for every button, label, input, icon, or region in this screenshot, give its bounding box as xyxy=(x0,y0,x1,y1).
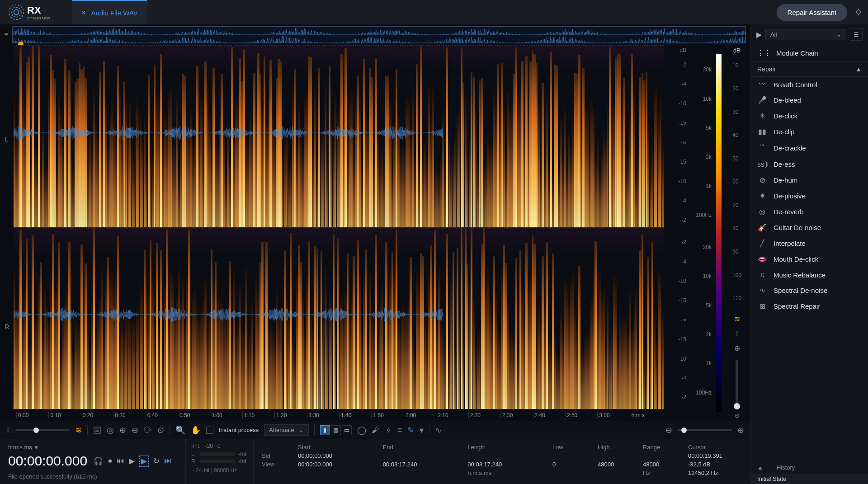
module-list: 〰Breath Control🎤De-bleed✳De-click▮▮De-cl… xyxy=(751,77,868,461)
module-icon: ▮▮ xyxy=(757,127,767,136)
instant-process-label: Instant process xyxy=(219,427,259,433)
module-sidebar: ▶ All ⌄ ☰ ⋮⋮ Module Chain Repair ▲ 〰Brea… xyxy=(750,24,868,484)
zoom-in-tool-icon[interactable]: ⊕ xyxy=(119,425,126,435)
module-de-crackle[interactable]: ⺌De-crackle xyxy=(751,140,868,156)
module-mouth-de-click[interactable]: 👄Mouth De-click xyxy=(751,251,868,267)
markers-icon[interactable]: ◎ xyxy=(107,425,114,435)
timefreq-selection-icon[interactable]: ▦ xyxy=(331,425,341,435)
repair-assistant-button[interactable]: Repair Assistant xyxy=(777,4,847,21)
rx-logo-icon xyxy=(8,4,24,20)
time-format-selector[interactable]: h:m:s.ms▾ xyxy=(8,444,177,451)
module-spectral-repair[interactable]: ⊞Spectral Repair xyxy=(751,298,868,314)
output-meters: -Inf.-200 L-Inf. R-Inf. ╶ 24-bit | 96000… xyxy=(185,439,253,484)
spectrogram-mode-icon[interactable]: ≋ xyxy=(75,425,82,435)
module-interpolate[interactable]: ╱Interpolate xyxy=(751,235,868,251)
toolbar: ⦀ ≋ ◎ ⊕ ⊖ ⧂ ⊙ 🔍 ✋ Instant process Attenu… xyxy=(0,421,750,439)
history-item[interactable]: Initial State xyxy=(751,474,868,484)
record-button[interactable]: ● xyxy=(108,456,112,465)
meter-gain-slider[interactable] xyxy=(736,360,738,409)
zoom-out-icon[interactable]: ⊖ xyxy=(735,412,740,419)
loop-button[interactable]: ↻ xyxy=(153,456,160,466)
module-icon: 👄 xyxy=(757,255,767,263)
overview-collapse-icon[interactable]: ⌄⌃ xyxy=(3,31,9,39)
status-bar: h:m:s.ms▾ 00:00:00.000 🎧 ● ⏮ ▶ ▶ ↻ ⏭ xyxy=(0,439,750,484)
overview-wave-canvas[interactable] xyxy=(12,26,746,43)
close-tab-icon[interactable]: ✕ xyxy=(81,9,86,16)
module-icon: ✷ xyxy=(757,192,767,200)
module-de-clip[interactable]: ▮▮De-clip xyxy=(751,124,868,140)
module-de-click[interactable]: ✳De-click xyxy=(751,108,868,124)
blend-slider[interactable] xyxy=(15,429,70,431)
spectrogram-left[interactable] xyxy=(14,45,664,227)
instant-process-mode-dropdown[interactable]: Attenuate ⌄ xyxy=(264,424,309,436)
chain-icon: ⋮⋮ xyxy=(757,49,771,57)
repair-section-header[interactable]: Repair ▲ xyxy=(751,62,868,77)
deselect-icon[interactable]: ✎ xyxy=(407,425,414,435)
horiz-zoom-slider[interactable] xyxy=(678,429,732,431)
app-name: RX xyxy=(27,5,50,16)
selection-readout: Start End Length Low High Range Cursor S… xyxy=(253,439,750,484)
dropdown-value: Attenuate xyxy=(269,427,294,433)
clip-gain-icon[interactable] xyxy=(93,426,101,434)
horiz-zoom-out-icon[interactable]: ⊖ xyxy=(665,425,672,435)
zoom-in-icon[interactable]: ⊕ xyxy=(734,344,740,352)
freq-selection-icon[interactable]: ▭ xyxy=(342,425,352,435)
selection-menu-icon[interactable]: ▾ xyxy=(420,425,424,435)
tab-filename: Audio File.WAV xyxy=(91,9,137,17)
spectrogram-right[interactable] xyxy=(14,227,664,409)
headphones-icon[interactable]: 🎧 xyxy=(94,456,103,466)
module-guitar-de-noise[interactable]: 🎸Guitar De-noise xyxy=(751,220,868,235)
zoom-fit-icon[interactable]: ⊙ xyxy=(157,425,164,435)
play-button[interactable]: ▶ xyxy=(129,456,135,466)
horiz-zoom-in-icon[interactable]: ⊕ xyxy=(737,425,744,435)
wand-tool-icon[interactable]: ✧ xyxy=(385,425,392,435)
zoom-out-tool-icon[interactable]: ⊖ xyxy=(132,425,138,435)
waveform-mode-icon[interactable]: ⦀ xyxy=(6,425,10,435)
channel-right-label: R xyxy=(0,233,14,421)
meter-db-label: dB xyxy=(733,47,741,54)
lasso-tool-icon[interactable]: ◯ xyxy=(357,425,366,435)
overview-waveform[interactable]: ⌄⌃ xyxy=(0,24,750,45)
bars-view-icon[interactable]: ⦀ xyxy=(736,329,739,338)
hand-tool-icon[interactable]: ✋ xyxy=(191,425,201,435)
time-selection-icon[interactable]: ▮ xyxy=(320,425,330,435)
channel-left-label: L xyxy=(0,45,14,233)
module-de-hum[interactable]: ⊘De-hum xyxy=(751,172,868,188)
timeline-ruler[interactable]: 0:000:100:200:300:400:501:001:101:201:30… xyxy=(14,409,664,421)
search-icon[interactable]: 🔍 xyxy=(175,425,185,435)
rewind-button[interactable]: ⏮ xyxy=(117,456,124,465)
status-message: File opened successfully (615 ms) xyxy=(8,473,177,480)
module-spectral-de-noise[interactable]: ∿Spectral De-noise xyxy=(751,282,868,298)
module-de-plosive[interactable]: ✷De-plosive xyxy=(751,188,868,204)
sidebar-menu-icon[interactable]: ☰ xyxy=(850,28,863,41)
curve-tool-icon[interactable]: ∿ xyxy=(435,425,442,435)
harmonic-select-icon[interactable]: ≡ xyxy=(397,425,402,435)
file-tab[interactable]: ✕ Audio File.WAV xyxy=(72,0,146,24)
module-de-reverb[interactable]: ◎De-reverb xyxy=(751,204,868,220)
transport-controls: 🎧 ● ⏮ ▶ ▶ ↻ ⏭ xyxy=(94,456,172,467)
waveform-view-icon[interactable]: ≋ xyxy=(734,315,740,323)
module-breath-control[interactable]: 〰Breath Control xyxy=(751,77,868,92)
zoom-selection-icon[interactable]: ⧂ xyxy=(144,425,152,435)
module-chain-button[interactable]: ⋮⋮ Module Chain xyxy=(751,44,868,62)
history-collapse-icon[interactable]: ▲ xyxy=(757,464,763,471)
brush-tool-icon[interactable]: 🖌 xyxy=(372,425,380,435)
module-icon: ss⦘ xyxy=(757,160,767,169)
module-de-ess[interactable]: ss⦘De-ess xyxy=(751,156,868,172)
preview-play-icon[interactable]: ▶ xyxy=(756,30,762,39)
module-filter-dropdown[interactable]: All ⌄ xyxy=(765,29,846,40)
app-edition: STANDARD xyxy=(27,16,50,20)
module-music-rebalance[interactable]: ♫Music Rebalance xyxy=(751,267,868,282)
module-icon: ⊘ xyxy=(757,176,767,184)
chevron-down-icon: ⌄ xyxy=(299,427,304,433)
wand-icon[interactable]: ✧ xyxy=(854,5,863,19)
topbar: RX STANDARD ✕ Audio File.WAV Repair Assi… xyxy=(0,0,868,24)
frequency-axis: 20k10k5k2k1k100Hz 20k10k5k2k1k100Hz xyxy=(689,45,714,421)
instant-process-checkbox[interactable] xyxy=(206,427,213,434)
module-de-bleed[interactable]: 🎤De-bleed xyxy=(751,92,868,108)
channel-labels: L R xyxy=(0,45,14,421)
history-panel: ▲ History Initial State xyxy=(751,461,868,484)
skip-end-button[interactable]: ⏭ xyxy=(164,456,172,465)
spectrogram-colorbar xyxy=(716,54,722,412)
play-selection-button[interactable]: ▶ xyxy=(139,456,149,467)
